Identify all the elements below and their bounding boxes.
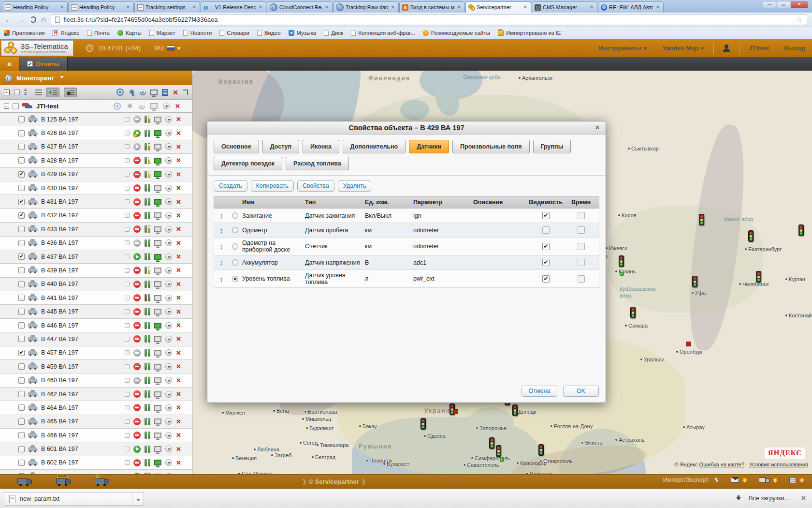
map-terms-link[interactable]: Условия использования [749,462,808,467]
vehicle-row[interactable]: В 462 ВА 197 [0,388,192,401]
vehicle-checkbox[interactable] [18,116,25,122]
browser-tab[interactable]: Servicepartner [465,1,531,13]
bookmark-item[interactable]: Новости [183,30,212,36]
tab-close-icon[interactable] [522,4,528,10]
browser-tab[interactable]: CloudConnect Reade [267,1,333,13]
delete-icon[interactable] [176,336,181,342]
report-list-icon[interactable] [162,89,168,96]
delete-icon[interactable] [176,391,181,397]
delete-icon[interactable] [176,309,181,315]
sensor-action-button[interactable]: Свойства [297,180,334,192]
url-text[interactable]: fleet.3s-t.ru/?sid=fe2c74655d0c4a3ebbf56… [63,16,793,23]
tab-close-icon[interactable] [456,4,462,10]
group-checkbox[interactable] [13,103,19,109]
row-dropdown[interactable] [165,473,172,474]
dialog-tab[interactable]: Датчики [409,140,449,153]
vehicle-checkbox[interactable] [18,432,25,438]
truck-icon[interactable]: + [95,477,110,486]
vehicle-row[interactable]: В 602 ВА 197 [0,456,192,470]
vehicle-checkbox[interactable] [18,446,25,452]
mini-checkbox[interactable] [125,213,130,218]
vehicle-row[interactable]: В 439 ВА 197 [0,264,192,277]
monitoring-header[interactable]: Мониторинг [0,71,192,85]
gear-arrow-icon[interactable] [128,89,135,96]
mini-checkbox[interactable] [125,405,130,410]
vehicle-row[interactable]: В 459 ВА 197 [0,360,192,374]
mini-checkbox[interactable] [125,419,130,424]
mini-checkbox[interactable] [125,186,130,191]
vehicle-checkbox[interactable] [18,363,25,370]
browser-tab[interactable]: Tracking Raw data [333,1,399,13]
vehicle-marker-traffic-light[interactable] [756,271,761,283]
vehicle-row[interactable]: В 447 ВА 197 [0,332,192,346]
delete-icon[interactable] [176,322,181,329]
dialog-tab[interactable]: Доступ [262,140,299,153]
group-monitor-icon[interactable] [150,103,158,109]
visibility-checkbox[interactable] [542,275,550,283]
vehicle-row[interactable]: В 441 ВА 197 [0,291,192,305]
delete-icon[interactable] [176,460,181,466]
vehicle-marker-traffic-light[interactable] [798,224,804,236]
expand-corner-icon[interactable] [183,90,188,95]
back-icon[interactable]: ← [5,16,13,24]
delete-icon[interactable] [176,473,181,474]
reorder-icon[interactable] [214,226,229,234]
sensor-action-button[interactable]: Удалить [338,180,372,192]
group-dropdown[interactable] [163,103,170,109]
row-dropdown[interactable] [165,377,172,384]
browser-tab[interactable]: CMS Manager [532,1,597,13]
dialog-tab[interactable]: Иконка [303,140,339,153]
visibility-checkbox[interactable] [542,212,550,219]
sensor-radio[interactable] [232,259,238,266]
time-checkbox[interactable] [578,243,585,250]
mini-checkbox[interactable] [125,296,130,300]
delete-icon[interactable] [176,446,181,452]
vehicle-checkbox[interactable] [18,336,25,342]
mini-checkbox[interactable] [125,447,130,451]
collapse-sidebar-button[interactable]: « [0,57,19,71]
delete-icon[interactable] [176,254,181,260]
bookmark-item[interactable]: Приложения [4,30,44,36]
browser-tab[interactable]: Вход в системы мон [399,1,465,13]
collapse-group-icon[interactable] [4,104,9,109]
row-dropdown[interactable] [165,143,172,150]
vehicle-marker-dot[interactable] [500,458,504,462]
vehicle-checkbox[interactable] [18,377,25,384]
vehicle-row[interactable]: В 460 ВА 197 [0,374,192,387]
maximize-button[interactable]: ▭ [777,1,790,8]
vehicle-row[interactable]: В 433 ВА 197 [0,223,192,236]
dialog-tab[interactable]: Основное [214,140,259,153]
vehicle-checkbox[interactable] [18,254,25,260]
tab-close-icon[interactable] [191,4,197,10]
mini-checkbox[interactable] [125,392,130,397]
group-gear-icon[interactable] [126,103,133,110]
delete-icon[interactable] [176,144,181,150]
row-dropdown[interactable] [165,130,172,136]
delete-icon[interactable] [176,240,181,246]
tab-close-icon[interactable] [589,4,594,10]
delete-icon[interactable] [176,185,181,191]
bookmark-item[interactable]: Диск [324,30,343,36]
language-selector[interactable]: RU [154,45,181,52]
vehicle-checkbox[interactable] [18,350,25,356]
vehicle-row[interactable]: В 428 ВА 197 [0,154,192,167]
grid-status[interactable]: 0 [789,477,805,483]
row-dropdown[interactable] [165,281,172,287]
satellite-icon[interactable] [139,88,147,96]
delete-icon[interactable] [176,267,181,273]
mini-checkbox[interactable] [125,433,130,438]
delete-icon[interactable] [176,281,181,287]
vehicle-row[interactable]: В 464 ВА 197 [0,401,192,415]
mini-checkbox[interactable] [125,172,130,177]
mini-checkbox[interactable] [125,460,130,465]
visibility-checkbox[interactable] [542,259,550,266]
group-satellite-icon[interactable] [137,102,146,110]
vehicle-checkbox[interactable] [18,295,25,301]
vehicle-marker-traffic-light[interactable] [489,437,494,449]
vehicle-row[interactable]: В 125 ВА 197 [0,113,192,126]
home-icon[interactable]: ⌂ [41,15,46,24]
vehicle-marker-traffic-light[interactable] [619,255,624,267]
tools-menu[interactable]: Инструменты [599,45,647,52]
delete-icon[interactable] [176,418,181,425]
mini-checkbox[interactable] [125,364,130,369]
